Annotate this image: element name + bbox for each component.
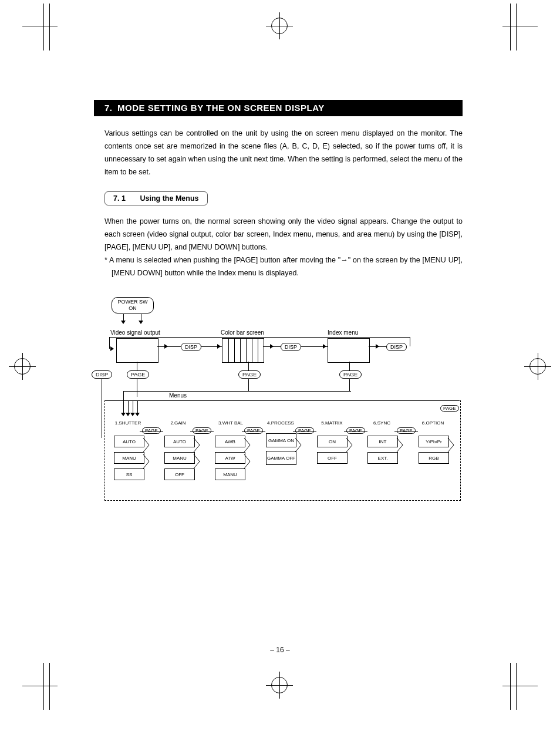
- menu-title: 3.WHT BAL: [213, 420, 248, 426]
- connector: [349, 362, 350, 370]
- video-box: [116, 338, 158, 363]
- disp-button: DISP: [92, 370, 112, 379]
- menus-label: Menus: [169, 392, 187, 399]
- body-paragraph: When the power turns on, the normal scre…: [104, 215, 463, 254]
- menu-cell: AUTO: [114, 436, 144, 447]
- menu-title: 4.PROCESS: [263, 420, 298, 426]
- page-button: PAGE: [238, 370, 261, 379]
- menu-cell: GAMMA OFF: [266, 451, 296, 465]
- arrow-right-icon: [164, 344, 168, 349]
- menu-title: 6.SYNC: [366, 420, 398, 426]
- connector: [109, 337, 110, 349]
- connector: [410, 337, 410, 346]
- menu-cell: AWB: [215, 436, 245, 447]
- screen-label: Video signal output: [110, 329, 160, 336]
- page-button: PAGE: [127, 370, 149, 379]
- crop-mark: [49, 4, 50, 50]
- page-button: PAGE: [397, 427, 416, 434]
- subsection-header: 7. 1 Using the Menus: [104, 191, 208, 205]
- connector: [137, 379, 137, 397]
- menu-cell: Y/Pb/Pr: [419, 436, 449, 447]
- crop-mark: [43, 663, 44, 710]
- page-button: PAGE: [142, 427, 161, 434]
- connector: [123, 391, 351, 392]
- page-button: PAGE: [339, 370, 362, 379]
- colorbar-box: [222, 338, 264, 363]
- menu-title: 1.SHUTTER: [110, 420, 146, 426]
- crop-mark: [22, 26, 58, 26]
- arrow-right-icon: [217, 344, 221, 349]
- crop-mark: [43, 4, 44, 50]
- crop-mark: [510, 4, 511, 50]
- connector: [242, 432, 265, 432]
- page-button: PAGE: [193, 427, 211, 434]
- arrow-right-icon: [376, 344, 379, 349]
- connector: [349, 379, 350, 391]
- connector: [394, 432, 418, 432]
- crop-mark: [22, 686, 58, 686]
- connector: [190, 432, 214, 432]
- menu-cell: OFF: [317, 452, 348, 464]
- crop-mark: [516, 4, 517, 50]
- menu-cell: RGB: [419, 452, 449, 464]
- page-button: PAGE: [244, 427, 263, 434]
- connector: [248, 379, 249, 391]
- page-button: PAGE: [440, 405, 459, 412]
- page-button: PAGE: [346, 427, 365, 434]
- page-number: – 16 –: [0, 646, 560, 654]
- subsection-number: 7. 1: [113, 194, 138, 203]
- section-title: MODE SETTING BY THE ON SCREEN DISPLAY: [117, 103, 325, 113]
- connector: [248, 362, 249, 370]
- crop-mark: [502, 686, 538, 686]
- connector: [137, 362, 137, 370]
- arrow-right-icon: [270, 344, 274, 349]
- connector: [109, 337, 410, 338]
- page-content: 7. MODE SETTING BY THE ON SCREEN DISPLAY…: [104, 100, 463, 514]
- crop-mark: [49, 663, 50, 710]
- menu-cell: SS: [114, 468, 144, 480]
- menu-cell: ATW: [215, 452, 245, 464]
- crop-mark: [516, 663, 517, 710]
- screen-label: Index menu: [328, 329, 358, 336]
- registration-mark: [271, 18, 288, 34]
- screen-label: Color bar screen: [221, 329, 264, 336]
- menu-cell: INT: [367, 436, 398, 447]
- arrow-right-icon: [323, 344, 326, 349]
- disp-button: DISP: [181, 343, 201, 351]
- menu-cell: MANU: [215, 468, 245, 480]
- disp-button: DISP: [281, 343, 301, 351]
- menu-cell: MANU: [164, 452, 195, 464]
- subsection-title: Using the Menus: [140, 194, 198, 203]
- section-number: 7.: [104, 103, 113, 113]
- intro-paragraph: Various settings can be controlled on th…: [104, 127, 463, 178]
- arrow-right-icon: [110, 346, 114, 351]
- menu-title: 5.MATRIX: [316, 420, 348, 426]
- note-paragraph: * A menu is selected when pushing the [P…: [104, 254, 463, 279]
- registration-mark: [14, 358, 31, 375]
- menu-cell: OFF: [164, 468, 195, 480]
- menu-cell: AUTO: [164, 436, 195, 447]
- connector: [344, 432, 367, 432]
- arrow-down-icon: [121, 321, 126, 324]
- registration-mark: [271, 677, 288, 693]
- power-label: POWER SW ON: [118, 299, 148, 311]
- connector: [140, 432, 163, 432]
- section-header: 7. MODE SETTING BY THE ON SCREEN DISPLAY: [94, 100, 463, 116]
- flow-diagram: POWER SW ON Video signal output Color ba…: [93, 297, 468, 514]
- menu-cell: GAMMA ON: [266, 433, 296, 447]
- registration-mark: [529, 358, 546, 375]
- connector: [102, 379, 102, 438]
- indexmenu-box: [328, 338, 370, 363]
- menu-cell: MANU: [114, 452, 144, 464]
- menu-cell: EXT.: [367, 452, 398, 464]
- menu-title: 6.OPTION: [417, 420, 449, 426]
- crop-mark: [502, 26, 538, 26]
- crop-mark: [510, 663, 511, 710]
- arrow-down-icon: [139, 321, 143, 324]
- disp-button: DISP: [386, 343, 407, 351]
- menu-cell: ON: [317, 436, 348, 447]
- power-pill: POWER SW ON: [112, 297, 154, 313]
- menu-title: 2.GAIN: [162, 420, 194, 426]
- connector: [293, 432, 316, 432]
- page-button: PAGE: [295, 427, 314, 434]
